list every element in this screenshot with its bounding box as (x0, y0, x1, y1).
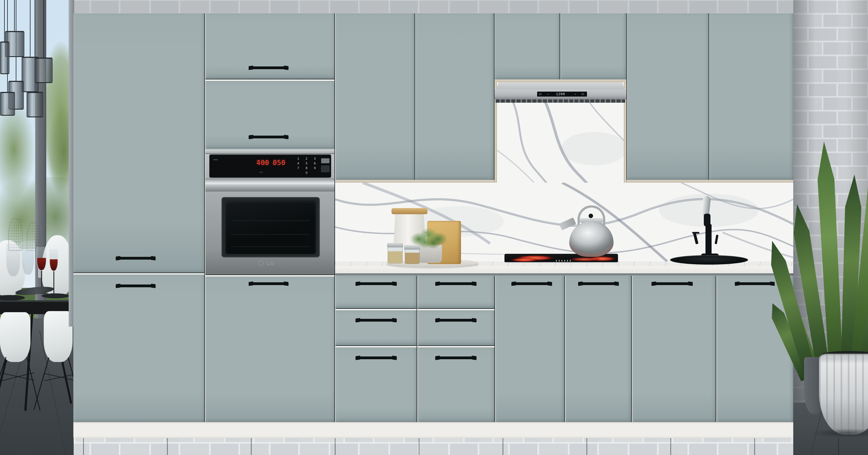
pendant-shade (0, 92, 15, 116)
cabinet-handle (356, 282, 396, 285)
wine-glass (49, 249, 58, 271)
cabinet-gap (418, 346, 495, 347)
cabinet-gap (73, 272, 205, 274)
above-hood-door (560, 13, 626, 79)
pendant-cord (14, 0, 15, 32)
cabinet-bottom-edge (336, 180, 494, 183)
oven-key: 6 (311, 161, 319, 166)
oven-top-trim (206, 150, 335, 154)
spice-jar-lid (387, 243, 403, 248)
tower-door-mid (206, 81, 335, 149)
cabinet-handle (652, 282, 692, 285)
cabinet-handle (735, 282, 774, 285)
oven-temp-value: 400 (256, 159, 269, 167)
cabinet-gap (206, 274, 335, 277)
countertop-fascia (335, 266, 793, 273)
oven-window (221, 197, 320, 257)
range-hood: 1200 (495, 82, 626, 103)
oven-key: 8 (302, 166, 311, 170)
upper-door (627, 13, 709, 180)
base-door (565, 275, 631, 422)
chair-seat (0, 312, 30, 362)
cabinet-handle (249, 282, 288, 285)
kitchen-render: 400° 050– 1 2 3 4 5 6 7 8 9 0 (0, 0, 868, 455)
cabinet-handle (249, 66, 288, 69)
chair-seat (44, 311, 72, 362)
pantry-door-lower (73, 274, 205, 422)
oven-start-button (321, 158, 330, 163)
oven-clear-button (321, 165, 330, 172)
cabinet-handle (436, 282, 476, 285)
pendant-cord (43, 0, 44, 58)
base-door (496, 275, 564, 422)
oven-key: 9 (311, 166, 319, 170)
oven-key: 1 (294, 157, 302, 161)
upper-door (709, 13, 793, 180)
hood-body: 1200 (495, 89, 626, 98)
lg-logo-text: LG (266, 260, 274, 266)
pendant-cord (4, 0, 5, 42)
tower-door-bottom (206, 277, 335, 422)
plinth (73, 422, 793, 438)
pendant-shade (27, 92, 43, 117)
hood-button (582, 93, 584, 95)
cabinet-handle (356, 356, 396, 359)
cabinet-gap (626, 13, 627, 180)
cabinet-gap (336, 308, 417, 310)
cabinet-bottom-edge (627, 180, 793, 183)
cabinet-bottom-edge (495, 79, 626, 82)
hood-vents (496, 99, 625, 103)
cabinet-handle (436, 356, 476, 359)
wine-glass (36, 247, 46, 271)
oven-door: LG (206, 192, 335, 274)
hood-dot (548, 94, 549, 95)
cabinet-gap (206, 79, 335, 81)
oven-mode-labels (212, 158, 254, 174)
empty-glass (22, 241, 34, 275)
drawer (418, 310, 495, 346)
drawer (336, 275, 417, 308)
planter-flutes (819, 354, 868, 434)
hood-control-strip: 1200 (537, 92, 587, 97)
large-planter (819, 354, 868, 434)
cabinet-handle (512, 282, 552, 285)
oven-key: 4 (294, 161, 302, 166)
oven-window-glass (225, 200, 316, 254)
oven-display: 400° 050– (256, 159, 292, 170)
upper-door (336, 13, 415, 180)
oven-key: 3 (311, 157, 319, 161)
pendant-shade (0, 41, 9, 74)
wall-shadow-top (73, 0, 793, 13)
cabinet-handle (579, 282, 618, 285)
cabinet-handle (436, 319, 476, 322)
cooktop-controls (556, 260, 572, 262)
spice-jar (388, 246, 403, 263)
faucet-column (706, 224, 712, 258)
lg-logo-circle (258, 261, 264, 266)
sink-basin (670, 255, 748, 265)
cabinet-handle (356, 319, 396, 322)
faucet-lever-pin (692, 232, 700, 234)
hood-dot (575, 94, 576, 95)
oven-key: 7 (294, 166, 302, 170)
oven-key: 0 (302, 171, 311, 175)
oven-key: 5 (302, 161, 311, 166)
cabinet-gap (418, 308, 495, 310)
pendant-cord (30, 0, 30, 58)
oven-control-panel: 400° 050– 1 2 3 4 5 6 7 8 9 0 (209, 155, 331, 178)
oven-handle-band (206, 178, 335, 192)
spice-jar (405, 248, 420, 264)
pendant-shade (35, 58, 53, 83)
pantry-door-upper (73, 13, 205, 272)
cabinet-handle (249, 136, 288, 138)
cabinet-handle (116, 285, 155, 287)
spice-jar-lid (404, 245, 420, 250)
cabinet-gap (336, 346, 417, 347)
hood-top (496, 82, 625, 89)
upper-door (415, 13, 494, 180)
wine-glass-stem (54, 271, 54, 293)
table-plate (41, 293, 69, 298)
drawer (418, 275, 495, 308)
canister-lid (392, 208, 428, 214)
lg-logo: LG (258, 260, 288, 267)
